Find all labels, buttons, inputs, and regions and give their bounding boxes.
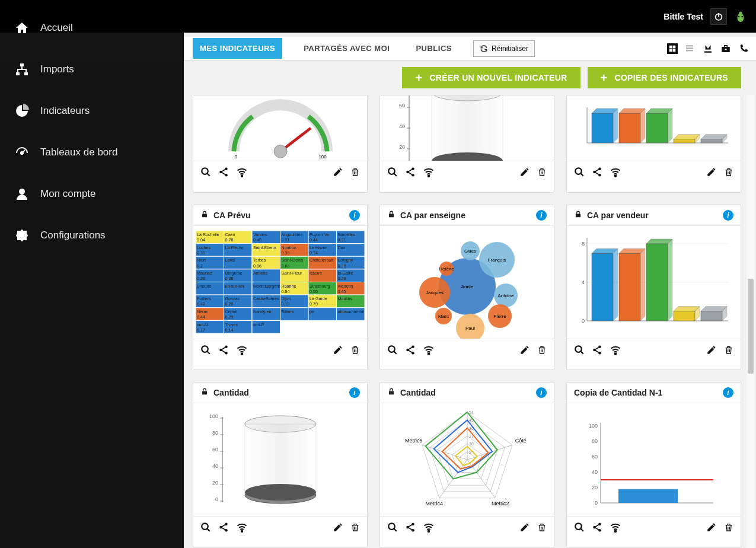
svg-text:Paul: Paul bbox=[465, 326, 474, 331]
share-icon[interactable] bbox=[592, 345, 602, 358]
reset-button[interactable]: Réinitialiser bbox=[473, 40, 535, 57]
wifi-icon[interactable] bbox=[236, 521, 248, 536]
sidebar-item-indicateurs[interactable]: Indicateurs bbox=[0, 90, 184, 132]
svg-text:4: 4 bbox=[581, 279, 584, 285]
tab-partages[interactable]: PARTAGÉS AVEC MOI bbox=[299, 40, 394, 56]
edit-icon[interactable] bbox=[706, 345, 717, 358]
share-icon[interactable] bbox=[218, 345, 229, 358]
edit-icon[interactable] bbox=[706, 167, 717, 180]
grid-view-icon[interactable] bbox=[667, 43, 678, 54]
edit-icon[interactable] bbox=[333, 167, 343, 180]
indicator-card: Cantidad i 020406080100 bbox=[193, 382, 368, 548]
trash-icon[interactable] bbox=[350, 522, 360, 535]
sidebar-item-config[interactable]: Configurations bbox=[0, 215, 184, 256]
svg-text:La Garde: La Garde bbox=[310, 297, 327, 301]
svg-text:0.28: 0.28 bbox=[225, 302, 234, 307]
share-icon[interactable] bbox=[218, 522, 229, 535]
svg-rect-15 bbox=[673, 49, 676, 52]
info-icon[interactable]: i bbox=[723, 387, 733, 398]
svg-text:80: 80 bbox=[212, 430, 218, 436]
svg-line-329 bbox=[580, 529, 583, 532]
indicator-card: Copia de Cantidad N-1 i 020406080100 bbox=[566, 382, 741, 548]
bug-icon[interactable] bbox=[734, 10, 747, 23]
svg-line-219 bbox=[394, 351, 397, 354]
wifi-icon[interactable] bbox=[236, 344, 248, 358]
search-icon[interactable] bbox=[574, 522, 585, 535]
edit-icon[interactable] bbox=[519, 345, 530, 358]
info-icon[interactable]: i bbox=[349, 210, 360, 221]
card-title: CA par enseigne bbox=[400, 211, 465, 220]
power-button[interactable] bbox=[710, 8, 727, 25]
trash-icon[interactable] bbox=[724, 522, 733, 535]
wifi-icon[interactable] bbox=[610, 344, 621, 358]
edit-icon[interactable] bbox=[706, 522, 717, 535]
svg-text:0.79: 0.79 bbox=[310, 302, 318, 307]
search-icon[interactable] bbox=[200, 167, 211, 180]
tab-publics[interactable]: PUBLICS bbox=[411, 40, 457, 56]
info-icon[interactable]: i bbox=[536, 387, 547, 398]
phone-icon[interactable] bbox=[738, 43, 749, 54]
search-icon[interactable] bbox=[574, 345, 585, 358]
wifi-icon[interactable] bbox=[423, 521, 435, 536]
edit-icon[interactable] bbox=[333, 345, 343, 358]
trash-icon[interactable] bbox=[537, 167, 547, 180]
svg-text:0.28: 0.28 bbox=[225, 276, 234, 281]
info-icon[interactable]: i bbox=[536, 210, 547, 221]
trash-icon[interactable] bbox=[350, 167, 360, 180]
trash-icon[interactable] bbox=[350, 345, 360, 358]
svg-point-278 bbox=[245, 484, 316, 501]
edit-icon[interactable] bbox=[333, 522, 343, 535]
edit-icon[interactable] bbox=[519, 167, 530, 180]
sidebar-item-tableaux[interactable]: Tableaux de bord bbox=[0, 132, 184, 173]
share-icon[interactable] bbox=[405, 167, 416, 180]
svg-line-70 bbox=[580, 173, 583, 176]
share-icon[interactable] bbox=[405, 345, 416, 358]
share-icon[interactable] bbox=[592, 167, 602, 180]
card-chart: AnnieFrançoisAntoinePierreJacquesPaulGil… bbox=[380, 226, 554, 339]
card-footer bbox=[380, 339, 554, 363]
svg-text:0.31: 0.31 bbox=[197, 251, 205, 256]
trash-icon[interactable] bbox=[724, 167, 733, 180]
search-icon[interactable] bbox=[387, 522, 398, 535]
main-scrollbar[interactable] bbox=[747, 95, 755, 548]
search-icon[interactable] bbox=[574, 167, 585, 180]
wifi-icon[interactable] bbox=[423, 166, 435, 180]
share-icon[interactable] bbox=[592, 522, 602, 535]
copy-indicators-button[interactable]: + COPIER DES INDICATEURS bbox=[588, 67, 741, 88]
list-view-icon[interactable] bbox=[685, 43, 696, 54]
svg-text:la-Gaillë: la-Gaillë bbox=[338, 271, 353, 276]
svg-text:0.45: 0.45 bbox=[338, 289, 346, 294]
tab-mes-indicateurs[interactable]: MES INDICATEURS bbox=[193, 38, 282, 59]
trash-icon[interactable] bbox=[724, 345, 733, 358]
export-icon[interactable] bbox=[703, 43, 713, 54]
sidebar-item-imports[interactable]: Imports bbox=[0, 49, 184, 90]
user-icon bbox=[14, 186, 30, 202]
sidebar-item-compte[interactable]: Mon compte bbox=[0, 173, 184, 215]
share-icon[interactable] bbox=[405, 522, 416, 535]
card-header: CA par vendeur i bbox=[567, 205, 741, 226]
svg-text:Hélène: Hélène bbox=[439, 266, 454, 272]
wifi-icon[interactable] bbox=[423, 344, 435, 358]
sidebar-item-accueil[interactable]: Accueil bbox=[0, 7, 184, 49]
search-icon[interactable] bbox=[200, 345, 211, 358]
search-icon[interactable] bbox=[387, 167, 398, 180]
create-indicator-button[interactable]: + CRÉER UN NOUVEL INDICATEUR bbox=[402, 67, 580, 88]
svg-point-328 bbox=[575, 524, 582, 530]
briefcase-icon[interactable] bbox=[720, 43, 731, 54]
share-icon[interactable] bbox=[218, 167, 229, 180]
edit-icon[interactable] bbox=[519, 522, 530, 535]
wifi-icon[interactable] bbox=[236, 166, 248, 180]
info-icon[interactable]: i bbox=[349, 387, 360, 398]
svg-text:Brioude: Brioude bbox=[197, 284, 212, 289]
search-icon[interactable] bbox=[387, 345, 398, 358]
svg-rect-75 bbox=[202, 214, 207, 217]
trash-icon[interactable] bbox=[537, 522, 547, 535]
wifi-icon[interactable] bbox=[610, 166, 621, 180]
search-icon[interactable] bbox=[200, 522, 211, 535]
svg-marker-247 bbox=[668, 239, 672, 321]
wifi-icon[interactable] bbox=[610, 521, 621, 536]
card-footer bbox=[193, 516, 367, 540]
trash-icon[interactable] bbox=[537, 345, 547, 358]
svg-point-255 bbox=[575, 346, 582, 352]
info-icon[interactable]: i bbox=[723, 210, 733, 221]
